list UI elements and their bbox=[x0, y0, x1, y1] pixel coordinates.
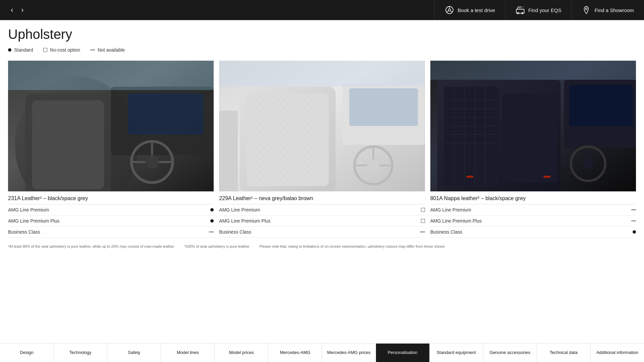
svg-text:?: ? bbox=[522, 6, 524, 9]
prev-button[interactable]: ‹ bbox=[7, 3, 17, 17]
not-available-indicator bbox=[631, 209, 636, 210]
card-rows-231A: AMG Line PremiumAMG Line Premium PlusBus… bbox=[8, 204, 214, 238]
card-title-801A: 801A Nappa leather² – black/space grey bbox=[430, 191, 636, 204]
row-label: AMG Line Premium Plus bbox=[8, 218, 206, 224]
svg-rect-19 bbox=[128, 94, 204, 135]
no-cost-indicator bbox=[421, 219, 425, 223]
svg-rect-58 bbox=[466, 176, 473, 178]
cards-grid: 231A Leather¹ – black/space greyAMG Line… bbox=[8, 61, 636, 238]
bottom-nav-item-0[interactable]: Design bbox=[0, 344, 54, 362]
car-dealer-icon: ? bbox=[516, 5, 525, 15]
main-content: Upholstery Standard No-cost option Not a… bbox=[0, 0, 644, 258]
card-title-229A: 229A Leather¹ – neva grey/balao brown bbox=[219, 191, 425, 204]
standard-indicator bbox=[210, 219, 214, 223]
not-available-indicator bbox=[631, 221, 636, 221]
row-label: AMG Line Premium bbox=[430, 207, 628, 213]
find-eqs-link[interactable]: ? Find your EQS bbox=[505, 0, 571, 20]
svg-rect-25 bbox=[8, 61, 214, 90]
footnote-1: ¹At least 80% of the seat upholstery is … bbox=[8, 244, 174, 248]
legend-dot-icon bbox=[8, 48, 11, 52]
card-801A: 801A Nappa leather² – black/space greyAM… bbox=[430, 61, 636, 238]
no-cost-indicator bbox=[421, 208, 425, 212]
book-test-drive-label: Book a test drive bbox=[458, 7, 495, 13]
header-nav: ‹ › Book a test drive bbox=[0, 0, 644, 20]
nav-arrows: ‹ › bbox=[0, 3, 35, 17]
svg-rect-52 bbox=[502, 94, 557, 183]
card-231A: 231A Leather¹ – black/space greyAMG Line… bbox=[8, 61, 214, 238]
table-row: AMG Line Premium bbox=[219, 204, 425, 216]
table-row: AMG Line Premium Plus bbox=[8, 216, 214, 227]
bottom-nav-item-9[interactable]: Genuine accessories bbox=[483, 344, 537, 362]
bottom-nav-item-2[interactable]: Safety bbox=[107, 344, 161, 362]
not-available-indicator bbox=[420, 232, 425, 232]
table-row: Business Class bbox=[8, 227, 214, 238]
card-image-231A bbox=[8, 61, 214, 191]
location-pin-icon bbox=[582, 5, 591, 15]
svg-rect-37 bbox=[219, 61, 425, 86]
legend-standard-label: Standard bbox=[14, 47, 33, 53]
svg-rect-14 bbox=[32, 100, 104, 189]
svg-rect-54 bbox=[569, 85, 633, 126]
svg-point-10 bbox=[586, 8, 587, 10]
bottom-nav-item-11[interactable]: Additional information bbox=[591, 344, 644, 362]
legend-dash-icon bbox=[90, 50, 95, 50]
svg-point-33 bbox=[367, 159, 380, 172]
legend: Standard No-cost option Not available bbox=[8, 47, 636, 53]
svg-line-4 bbox=[451, 11, 453, 12]
bottom-nav-item-6[interactable]: Mercedes-AMG prices bbox=[322, 344, 376, 362]
svg-point-1 bbox=[448, 9, 451, 11]
svg-point-56 bbox=[583, 158, 594, 169]
row-label: Business Class bbox=[8, 229, 206, 235]
bottom-nav-item-10[interactable]: Technical data bbox=[537, 344, 591, 362]
legend-not-available-label: Not available bbox=[98, 47, 125, 53]
row-label: AMG Line Premium bbox=[8, 207, 206, 213]
svg-rect-57 bbox=[430, 61, 636, 80]
card-rows-229A: AMG Line PremiumAMG Line Premium PlusBus… bbox=[219, 204, 425, 238]
footnotes: ¹At least 80% of the seat upholstery is … bbox=[8, 244, 636, 248]
book-test-drive-link[interactable]: Book a test drive bbox=[434, 0, 505, 20]
bottom-nav-item-3[interactable]: Model lines bbox=[161, 344, 215, 362]
svg-rect-59 bbox=[543, 176, 550, 178]
bottom-nav-item-1[interactable]: Technology bbox=[54, 344, 107, 362]
bottom-nav-item-5[interactable]: Mercedes-AMG bbox=[268, 344, 322, 362]
page-title: Upholstery bbox=[8, 27, 636, 42]
table-row: Business Class bbox=[219, 227, 425, 238]
svg-rect-31 bbox=[350, 88, 418, 126]
svg-rect-38 bbox=[219, 111, 238, 191]
card-rows-801A: AMG Line PremiumAMG Line Premium PlusBus… bbox=[430, 204, 636, 238]
card-image-229A bbox=[219, 61, 425, 191]
legend-square-icon bbox=[43, 48, 47, 52]
table-row: Business Class bbox=[430, 227, 636, 238]
steering-wheel-icon bbox=[445, 5, 454, 15]
row-label: Business Class bbox=[430, 229, 628, 235]
find-eqs-label: Find your EQS bbox=[528, 7, 561, 13]
card-229A: 229A Leather¹ – neva grey/balao brownAMG… bbox=[219, 61, 425, 238]
next-button[interactable]: › bbox=[17, 3, 28, 17]
row-label: AMG Line Premium bbox=[219, 207, 417, 213]
find-showroom-link[interactable]: Find a Showroom bbox=[571, 0, 644, 20]
table-row: AMG Line Premium bbox=[8, 204, 214, 216]
bottom-nav-item-7[interactable]: Personalisation bbox=[376, 344, 430, 362]
svg-line-3 bbox=[446, 11, 448, 12]
legend-standard: Standard bbox=[8, 47, 33, 53]
standard-indicator bbox=[633, 230, 636, 234]
legend-no-cost: No-cost option bbox=[43, 47, 80, 53]
table-row: AMG Line Premium Plus bbox=[430, 216, 636, 227]
row-label: Business Class bbox=[219, 229, 417, 235]
table-row: AMG Line Premium Plus bbox=[219, 216, 425, 227]
card-title-231A: 231A Leather¹ – black/space grey bbox=[8, 191, 214, 204]
card-image-801A bbox=[430, 61, 636, 191]
standard-indicator bbox=[210, 208, 214, 212]
footnote-3: Please note that, owing to limitations o… bbox=[260, 244, 445, 248]
not-available-indicator bbox=[209, 232, 214, 232]
bottom-nav-item-8[interactable]: Standard equipment bbox=[430, 344, 483, 362]
footnote-2: ²100% of seat upholstery is pure leather bbox=[184, 244, 249, 248]
row-label: AMG Line Premium Plus bbox=[219, 218, 417, 224]
table-row: AMG Line Premium bbox=[430, 204, 636, 216]
legend-not-available: Not available bbox=[90, 47, 125, 53]
bottom-nav-item-4[interactable]: Model prices bbox=[215, 344, 268, 362]
bottom-nav: DesignTechnologySafetyModel linesModel p… bbox=[0, 343, 644, 362]
legend-no-cost-label: No-cost option bbox=[50, 47, 80, 53]
row-label: AMG Line Premium Plus bbox=[430, 218, 628, 224]
find-showroom-label: Find a Showroom bbox=[594, 7, 634, 13]
